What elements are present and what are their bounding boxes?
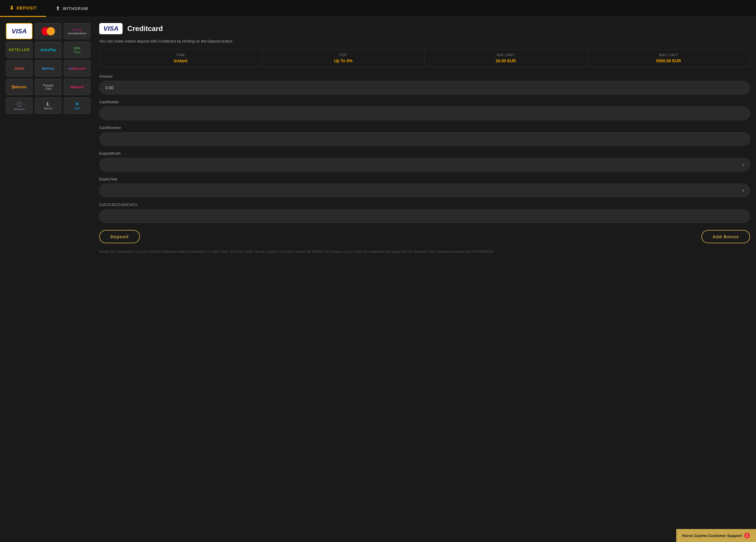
support-notification-count: 1 xyxy=(744,533,750,538)
expiry-year-label: ExpiryYear xyxy=(99,177,750,181)
ethereum-logo: ⬡ ethereum xyxy=(14,101,25,111)
expiry-month-select[interactable]: 01 02 03 04 05 06 07 08 09 10 11 12 xyxy=(99,158,750,172)
cardholder-label: CardHolder xyxy=(99,100,750,104)
neosurf-logo: Neosurf xyxy=(70,85,84,89)
payment-method-ripple[interactable]: ✕ ripple xyxy=(64,97,90,114)
jeton-logo: Jeton xyxy=(14,66,25,71)
top-tabs: ⬇ DEPOSIT ⬆ WITHDRAW xyxy=(0,0,756,17)
customer-support-badge[interactable]: Horus Casino Customer Support 1 xyxy=(676,529,756,542)
method-title: Creditcard xyxy=(127,25,163,33)
info-min: MIN LIMIT 20.00 EUR xyxy=(425,50,587,67)
expiry-month-label: ExpiryMonth xyxy=(99,151,750,156)
method-header: VISA Creditcard xyxy=(99,23,750,34)
payment-method-jeton[interactable]: Jeton xyxy=(6,60,32,77)
expiry-year-group: ExpiryYear 2024 2025 2026 2027 2028 2029… xyxy=(99,177,750,197)
payment-method-neosurf[interactable]: Neosurf xyxy=(64,79,90,95)
prepaid-logo: PrepaidCard xyxy=(43,84,53,90)
time-label: TIME xyxy=(104,53,257,57)
amount-label: Amount xyxy=(99,74,750,79)
expiry-month-wrapper: 01 02 03 04 05 06 07 08 09 10 11 12 ▾ xyxy=(99,158,750,172)
method-logo: VISA xyxy=(99,23,123,34)
cardnumber-input[interactable] xyxy=(99,132,750,146)
tab-deposit-label: DEPOSIT xyxy=(17,6,37,10)
astropay-logo: AstroPay xyxy=(40,48,56,52)
skrill-logo: Skrill moneybookers xyxy=(68,27,87,35)
payment-method-neteller[interactable]: NETELLER xyxy=(6,42,32,58)
visa-logo: VISA xyxy=(12,27,27,35)
ecopayz-logo: eco Payz xyxy=(74,46,81,54)
add-bonus-button[interactable]: Add Bonus xyxy=(701,230,750,243)
payment-method-myneosurf[interactable]: myNeosurf xyxy=(64,60,90,77)
payment-method-prepaid[interactable]: PrepaidCard xyxy=(35,79,61,95)
withdraw-icon: ⬆ xyxy=(56,5,60,12)
right-panel: VISA Creditcard You can make instant dep… xyxy=(99,23,750,255)
tab-deposit[interactable]: ⬇ DEPOSIT xyxy=(0,0,46,17)
footer-text: Mirage Ent. Corporation (Cyprus) Limited… xyxy=(99,249,750,255)
cardholder-input[interactable] xyxy=(99,107,750,120)
payment-method-litecoin[interactable]: Ł litecoin xyxy=(35,97,61,114)
deposit-button[interactable]: Deposit xyxy=(99,230,140,243)
mcfinly-logo: McFinly xyxy=(42,67,54,70)
deposit-icon: ⬇ xyxy=(9,5,14,11)
max-label: MAX LIMIT xyxy=(592,53,745,57)
expiry-year-wrapper: 2024 2025 2026 2027 2028 2029 2030 ▾ xyxy=(99,184,750,197)
cvc-label: CVC/CSC/CVD/CVCV xyxy=(99,203,750,207)
cvc-input[interactable] xyxy=(99,209,750,223)
min-value: 20.00 EUR xyxy=(429,58,582,63)
cvc-group: CVC/CSC/CVD/CVCV xyxy=(99,203,750,223)
fee-label: FEE xyxy=(267,53,420,57)
payment-method-ecopayz[interactable]: eco Payz xyxy=(64,42,90,58)
payment-methods-grid: VISA Skrill moneybookers NETELLER AstroP… xyxy=(6,23,90,255)
mastercard-logo xyxy=(41,27,55,35)
min-label: MIN LIMIT xyxy=(429,53,582,57)
payment-method-skrill[interactable]: Skrill moneybookers xyxy=(64,23,90,39)
support-label: Horus Casino Customer Support xyxy=(682,533,742,538)
payment-method-bitcoin[interactable]: ₿bitcoin xyxy=(6,79,32,95)
cardholder-group: CardHolder xyxy=(99,100,750,120)
neteller-logo: NETELLER xyxy=(9,48,30,52)
tab-withdraw-label: WITHDRAW xyxy=(63,6,88,11)
method-description: You can make instant deposit with Credit… xyxy=(99,39,750,43)
myneosurf-logo: myNeosurf xyxy=(69,67,85,70)
info-fee: FEE Up To 0% xyxy=(262,50,425,67)
time-value: Instant xyxy=(104,58,257,63)
payment-method-astropay[interactable]: AstroPay xyxy=(35,42,61,58)
payment-method-mcfinly[interactable]: McFinly xyxy=(35,60,61,77)
main-layout: VISA Skrill moneybookers NETELLER AstroP… xyxy=(0,17,756,261)
info-time: TIME Instant xyxy=(100,50,262,67)
buttons-row: Deposit Add Bonus xyxy=(99,230,750,243)
payment-method-mastercard[interactable] xyxy=(35,23,61,39)
max-value: 5000.00 EUR xyxy=(592,58,745,63)
litecoin-logo: Ł litecoin xyxy=(44,102,52,110)
bitcoin-logo: ₿bitcoin xyxy=(12,85,27,89)
payment-method-ethereum[interactable]: ⬡ ethereum xyxy=(6,97,32,114)
amount-group: Amount xyxy=(99,74,750,95)
payment-method-visa[interactable]: VISA xyxy=(6,23,32,39)
cardnumber-group: CardNumber xyxy=(99,126,750,146)
tab-withdraw[interactable]: ⬆ WITHDRAW xyxy=(46,0,98,17)
info-max: MAX LIMIT 5000.00 EUR xyxy=(587,50,750,67)
expiry-year-select[interactable]: 2024 2025 2026 2027 2028 2029 2030 xyxy=(99,184,750,197)
fee-value: Up To 0% xyxy=(267,58,420,63)
cardnumber-label: CardNumber xyxy=(99,126,750,130)
ripple-logo: ✕ ripple xyxy=(74,101,80,110)
amount-input[interactable] xyxy=(99,81,750,95)
info-table: TIME Instant FEE Up To 0% MIN LIMIT 20.0… xyxy=(99,49,750,67)
expiry-month-group: ExpiryMonth 01 02 03 04 05 06 07 08 09 1… xyxy=(99,151,750,172)
